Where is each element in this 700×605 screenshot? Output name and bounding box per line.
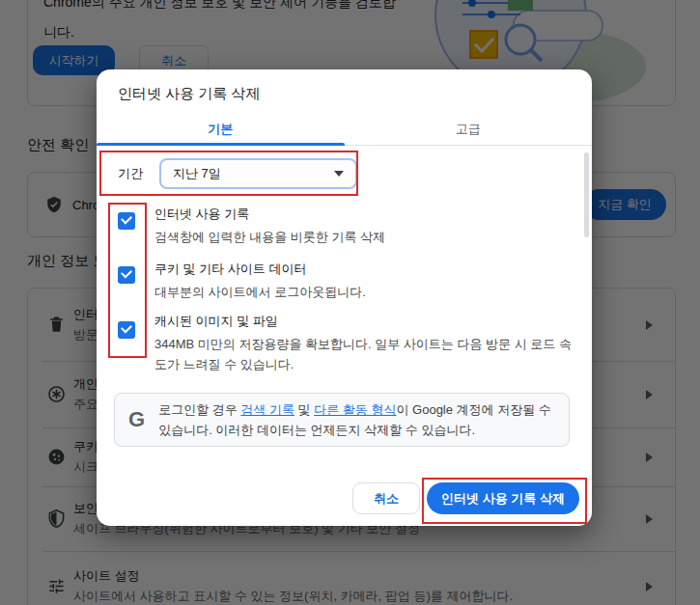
cached-images-checkbox[interactable] — [118, 321, 135, 339]
dialog-title: 인터넷 사용 기록 삭제 — [118, 85, 261, 103]
cached-images-row[interactable]: 캐시된 이미지 및 파일 344MB 미만의 저장용량을 확보합니다. 일부 사… — [118, 313, 562, 374]
google-g-icon: G — [128, 407, 145, 432]
time-range-value: 지난 7일 — [173, 165, 221, 182]
tab-advanced[interactable]: 고급 — [345, 114, 593, 145]
dropdown-caret-icon — [334, 171, 344, 177]
dialog-cancel-button[interactable]: 취소 — [352, 482, 420, 514]
browsing-history-checkbox[interactable] — [118, 212, 135, 230]
checkbox-label: 쿠키 및 기타 사이트 데이터 — [154, 261, 562, 278]
notice-text: 로그인할 경우 검색 기록 및 다른 활동 형식이 Google 계정에 저장될… — [158, 399, 555, 440]
cookies-data-row[interactable]: 쿠키 및 기타 사이트 데이터 대부분의 사이트에서 로그아웃됩니다. — [118, 261, 562, 302]
tab-basic[interactable]: 기본 — [97, 114, 345, 145]
active-tab-underline — [97, 143, 345, 146]
notice-part1: 로그인할 경우 — [158, 402, 240, 417]
clear-data-button[interactable]: 인터넷 사용 기록 삭제 — [427, 482, 579, 514]
search-history-link[interactable]: 검색 기록 — [240, 402, 294, 417]
checkbox-label: 캐시된 이미지 및 파일 — [154, 313, 562, 330]
tab-basic-label: 기본 — [208, 121, 233, 138]
dialog-tabs: 기본 고급 — [97, 114, 592, 146]
other-activity-link[interactable]: 다른 활동 형식 — [314, 402, 396, 417]
time-range-row: 기간 지난 7일 — [118, 158, 357, 189]
notice-part2: 및 — [294, 402, 314, 417]
browsing-history-row[interactable]: 인터넷 사용 기록 검색창에 입력한 내용을 비롯한 기록 삭제 — [118, 206, 562, 247]
checkbox-description: 대부분의 사이트에서 로그아웃됩니다. — [154, 282, 572, 302]
google-account-notice: G 로그인할 경우 검색 기록 및 다른 활동 형식이 Google 계정에 저… — [114, 393, 570, 447]
time-range-label: 기간 — [118, 165, 143, 182]
checkbox-description: 검색창에 입력한 내용을 비롯한 기록 삭제 — [154, 227, 572, 247]
dialog-scrollbar-thumb[interactable] — [584, 152, 589, 237]
clear-browsing-data-dialog: 인터넷 사용 기록 삭제 기본 고급 기간 지난 7일 인터넷 사용 기록 검색… — [97, 69, 592, 526]
checkbox-label: 인터넷 사용 기록 — [154, 206, 562, 223]
cookies-checkbox[interactable] — [118, 266, 135, 284]
tab-advanced-label: 고급 — [456, 121, 481, 138]
screen: Chrome의 주요 개인 정보 보호 및 보안 제어 기능을 검토합 니다. … — [0, 0, 700, 605]
checkbox-description: 344MB 미만의 저장용량을 확보합니다. 일부 사이트는 다음 방문 시 로… — [154, 334, 572, 374]
time-range-select[interactable]: 지난 7일 — [159, 158, 357, 189]
